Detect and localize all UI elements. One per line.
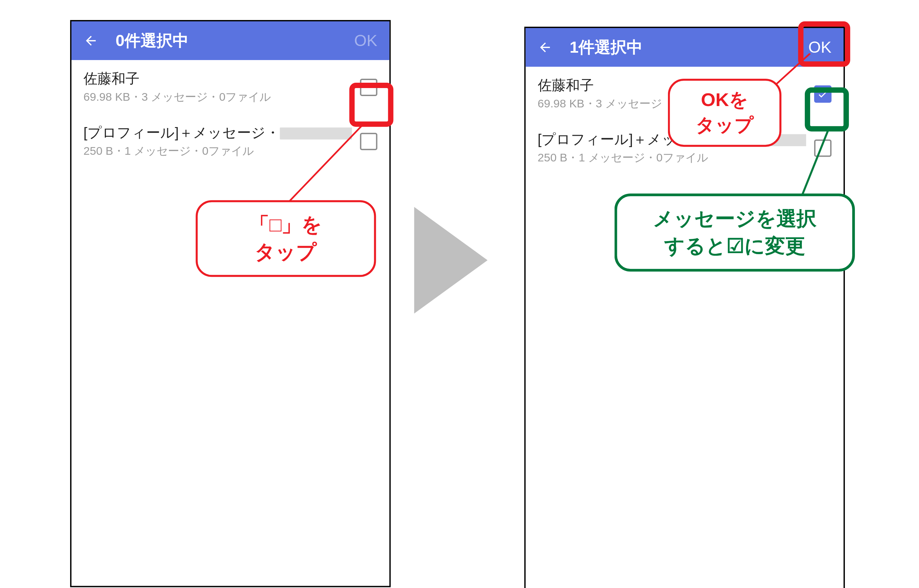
appbar: 1件選択中 OK bbox=[526, 28, 844, 67]
list-item-subtitle: 69.98 KB・3 メッセージ・0ファイル bbox=[83, 89, 352, 105]
callout-line: すると☑に変更 bbox=[636, 233, 833, 260]
callout-line: OKを bbox=[679, 87, 770, 113]
callout-checkbox-change: メッセージを選択 すると☑に変更 bbox=[614, 194, 855, 271]
checkbox-icon[interactable] bbox=[814, 139, 831, 157]
appbar: 0件選択中 OK bbox=[71, 21, 389, 60]
back-arrow-icon[interactable] bbox=[535, 37, 555, 57]
callout-tap-checkbox: 「□」を タップ bbox=[196, 200, 376, 277]
list-item-subtitle: 250 B・1 メッセージ・0ファイル bbox=[83, 144, 352, 159]
checkbox-icon[interactable] bbox=[360, 132, 377, 150]
back-arrow-icon[interactable] bbox=[81, 31, 101, 51]
checkbox-icon[interactable] bbox=[360, 78, 377, 96]
list-item[interactable]: [プロフィール]＋メッセージ・ 250 B・1 メッセージ・0ファイル bbox=[71, 114, 389, 168]
appbar-title: 0件選択中 bbox=[115, 30, 352, 52]
ok-button[interactable]: OK bbox=[352, 29, 380, 53]
callout-tap-ok: OKを タップ bbox=[668, 79, 781, 146]
message-list: 佐藤和子 69.98 KB・3 メッセージ・0ファイル [プロフィール]＋メッセ… bbox=[71, 60, 389, 168]
list-item-title: 佐藤和子 bbox=[83, 69, 352, 88]
callout-line: タップ bbox=[679, 113, 770, 138]
callout-line: タップ bbox=[216, 239, 355, 265]
svg-marker-1 bbox=[414, 207, 487, 313]
callout-line: メッセージを選択 bbox=[636, 205, 833, 233]
appbar-title: 1件選択中 bbox=[570, 37, 806, 58]
checkbox-checked-icon[interactable] bbox=[814, 85, 831, 102]
transition-arrow-icon bbox=[414, 207, 487, 313]
phone-screen-left: 0件選択中 OK 佐藤和子 69.98 KB・3 メッセージ・0ファイル [プロ… bbox=[70, 20, 391, 587]
redacted-block bbox=[280, 128, 352, 140]
ok-button[interactable]: OK bbox=[806, 36, 834, 59]
title-text: [プロフィール]＋メッセージ・ bbox=[83, 125, 280, 140]
callout-line: 「□」を bbox=[216, 212, 355, 239]
sub-text: 69.98 KB・3 メッセージ bbox=[538, 97, 662, 110]
list-item-title: [プロフィール]＋メッセージ・ bbox=[83, 123, 352, 142]
list-item[interactable]: 佐藤和子 69.98 KB・3 メッセージ・0ファイル bbox=[71, 60, 389, 114]
list-item-subtitle: 250 B・1 メッセージ・0ファイル bbox=[538, 150, 806, 165]
